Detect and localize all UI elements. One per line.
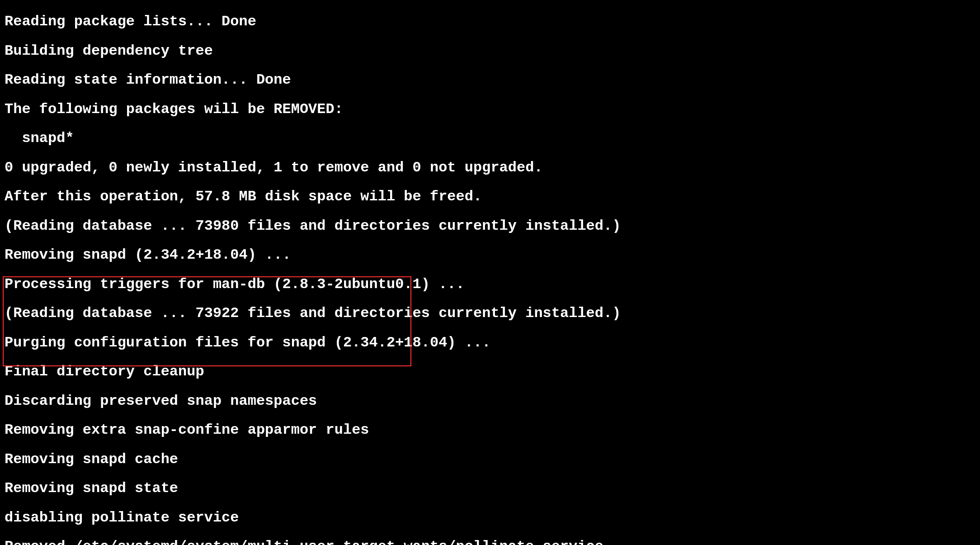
terminal-line: Processing triggers for man-db (2.8.3-2u… [5,277,975,292]
terminal-output-area[interactable]: Reading package lists... Done Building d… [0,0,980,545]
terminal-line: 0 upgraded, 0 newly installed, 1 to remo… [5,161,975,175]
terminal-line: Removing extra snap-confine apparmor rul… [5,423,975,438]
terminal-line: Discarding preserved snap namespaces [5,394,975,409]
terminal-line: Reading package lists... Done [5,14,975,29]
terminal-line: (Reading database ... 73922 files and di… [5,306,975,321]
terminal-line: (Reading database ... 73980 files and di… [5,219,975,234]
terminal-line: Building dependency tree [5,44,975,59]
terminal-line: The following packages will be REMOVED: [5,102,975,117]
terminal-line: After this operation, 57.8 MB disk space… [5,190,975,204]
terminal-line: Purging configuration files for snapd (2… [5,336,975,351]
terminal-line: Final directory cleanup [5,365,975,379]
terminal-line: Reading state information... Done [5,73,975,88]
terminal-line: Removed /etc/systemd/system/multi-user.t… [5,540,975,545]
terminal-line: Removing snapd cache [5,452,975,467]
terminal-line: Removing snapd state [5,481,975,496]
terminal-line: snapd* [5,131,975,146]
terminal-line: disabling pollinate service [5,511,975,526]
terminal-line: Removing snapd (2.34.2+18.04) ... [5,248,975,263]
